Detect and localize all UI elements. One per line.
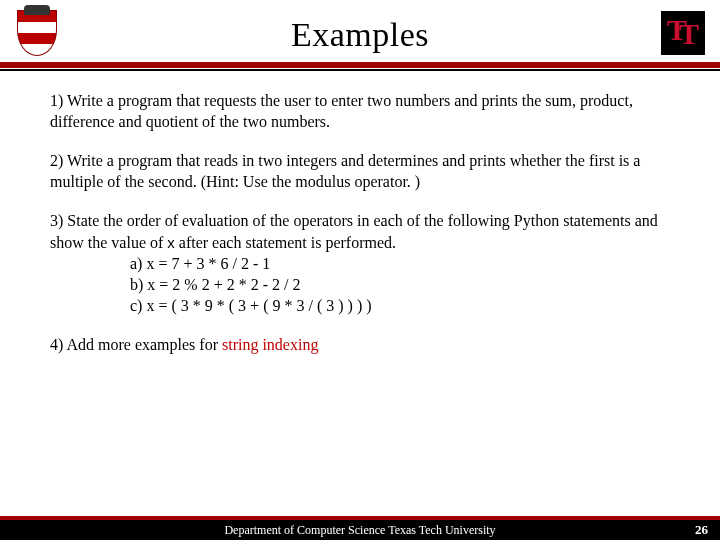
question-4: 4) Add more examples for string indexing [50, 334, 670, 355]
q3-tail: after each statement is performed. [175, 234, 396, 251]
page-number: 26 [695, 522, 708, 538]
header-divider [0, 69, 720, 71]
q4-highlight: string indexing [222, 336, 318, 353]
question-3: 3) State the order of evaluation of the … [50, 210, 670, 316]
slide-body: 1) Write a program that requests the use… [0, 68, 720, 355]
footer-bar: Department of Computer Science Texas Tec… [0, 520, 720, 540]
q3-variable: x [167, 234, 175, 251]
q3-option-b: b) x = 2 % 2 + 2 * 2 - 2 / 2 [130, 274, 670, 295]
slide-footer: Department of Computer Science Texas Tec… [0, 516, 720, 540]
question-1: 1) Write a program that requests the use… [50, 90, 670, 132]
q3-option-c: c) x = ( 3 * 9 * ( 3 + ( 9 * 3 / ( 3 ) )… [130, 295, 670, 316]
slide-title: Examples [0, 0, 720, 54]
university-seal-icon [10, 6, 64, 60]
footer-text: Department of Computer Science Texas Tec… [224, 523, 495, 538]
q4-lead: 4) Add more examples for [50, 336, 222, 353]
double-t-logo-icon [656, 6, 710, 60]
slide-header: Examples [0, 0, 720, 68]
q3-option-a: a) x = 7 + 3 * 6 / 2 - 1 [130, 253, 670, 274]
question-2: 2) Write a program that reads in two int… [50, 150, 670, 192]
